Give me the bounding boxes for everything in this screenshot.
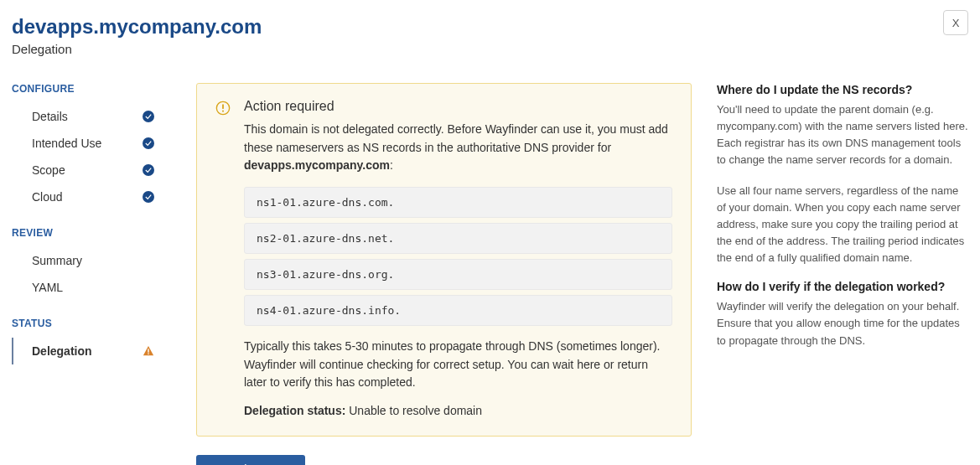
help-q2-p1: Wayfinder will verify the delegation on … [717, 298, 968, 349]
help-q2-title: How do I verify if the delegation worked… [717, 280, 968, 293]
alert-text-bold: devapps.mycompany.com [244, 158, 390, 172]
main-content: Action required This domain is not deleg… [196, 83, 708, 465]
alert-propagation-text: Typically this takes 5-30 minutes to pro… [244, 338, 672, 392]
nameserver-item: ns2-01.azure-dns.net. [244, 223, 672, 254]
nav-group-review: Summary YAML [12, 247, 196, 301]
help-panel: Where do I update the NS records? You'll… [708, 83, 968, 465]
nav-item-cloud[interactable]: Cloud [12, 183, 196, 210]
section-configure-label: CONFIGURE [12, 83, 196, 95]
nameserver-item: ns3-01.azure-dns.org. [244, 259, 672, 290]
alert-intro-text: This domain is not delegated correctly. … [244, 121, 672, 175]
check-icon [143, 111, 154, 122]
section-review-label: REVIEW [12, 227, 196, 239]
help-q1-title: Where do I update the NS records? [717, 83, 968, 96]
check-icon [143, 191, 154, 203]
nav-item-label: Summary [32, 254, 82, 267]
nav-item-delegation[interactable]: Delegation [12, 338, 196, 364]
svg-rect-1 [148, 354, 148, 354]
nav-item-label: Intended Use [32, 137, 101, 150]
nav-item-scope[interactable]: Scope [12, 157, 196, 183]
check-icon [143, 137, 154, 149]
nav-item-details[interactable]: Details [12, 103, 196, 130]
page-title: devapps.mycompany.com [12, 15, 968, 39]
alert-title: Action required [244, 99, 672, 114]
nav-item-label: Cloud [32, 190, 63, 204]
nav-item-yaml[interactable]: YAML [12, 274, 196, 301]
alert-text-after: : [390, 158, 393, 172]
nav-item-label: YAML [32, 281, 63, 294]
help-q1-p2: Use all four name servers, regardless of… [717, 183, 968, 267]
nav-group-status: Delegation [12, 338, 196, 364]
nameserver-item: ns1-01.azure-dns.com. [244, 187, 672, 218]
warning-icon [143, 345, 154, 357]
nav-item-label: Delegation [32, 344, 92, 358]
nav-item-label: Details [32, 110, 68, 123]
help-q1-p1: You'll need to update the parent domain … [717, 101, 968, 169]
close-button[interactable]: Close [196, 455, 305, 465]
delegation-status-value: Unable to resolve domain [345, 404, 482, 417]
close-x-button[interactable]: X [943, 10, 968, 35]
nameserver-list: ns1-01.azure-dns.com. ns2-01.azure-dns.n… [244, 187, 672, 326]
alert-action-required: Action required This domain is not deleg… [196, 83, 692, 437]
alert-text-before: This domain is not delegated correctly. … [244, 122, 668, 154]
delegation-status: Delegation status: Unable to resolve dom… [244, 404, 672, 417]
page-subtitle: Delegation [12, 42, 968, 56]
nameserver-item: ns4-01.azure-dns.info. [244, 295, 672, 326]
nav-item-intended-use[interactable]: Intended Use [12, 130, 196, 157]
svg-rect-0 [148, 349, 148, 352]
nav-item-label: Scope [32, 163, 65, 177]
page-header: devapps.mycompany.com Delegation [0, 0, 980, 56]
section-status-label: STATUS [12, 318, 196, 329]
sidebar: CONFIGURE Details Intended Use Scope [12, 83, 196, 465]
nav-group-configure: Details Intended Use Scope Cloud [12, 103, 196, 210]
svg-rect-3 [222, 105, 224, 109]
nav-item-summary[interactable]: Summary [12, 247, 196, 274]
alert-body: Action required This domain is not deleg… [244, 99, 672, 417]
alert-icon [215, 99, 231, 417]
delegation-status-label: Delegation status: [244, 404, 345, 417]
svg-rect-4 [222, 111, 224, 112]
check-icon [143, 164, 154, 176]
